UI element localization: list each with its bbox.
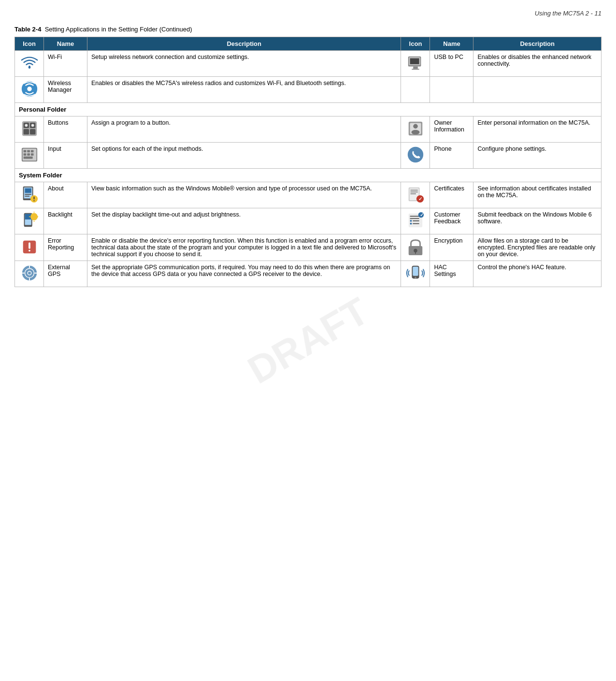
settings-table: Icon Name Description Icon Name Descript… <box>14 37 602 287</box>
svg-rect-26 <box>30 153 33 156</box>
svg-point-57 <box>410 223 412 225</box>
svg-rect-75 <box>413 267 418 276</box>
left-icon-cell <box>15 51 44 77</box>
right-name-cell: Phone <box>430 143 473 169</box>
left-name-cell: Error Reporting <box>44 234 87 261</box>
left-desc-cell: Set the appropriate GPS communication po… <box>87 261 401 287</box>
svg-rect-46 <box>25 214 31 219</box>
left-icon-cell <box>15 261 44 287</box>
right-desc-cell: Allow files on a storage card to be encr… <box>473 234 602 261</box>
svg-rect-22 <box>27 150 30 153</box>
right-icon-cell <box>401 143 430 169</box>
left-desc-cell: Setup wireless network connection and cu… <box>87 51 401 77</box>
right-icon-cell <box>401 77 430 103</box>
svg-rect-27 <box>23 157 32 159</box>
svg-rect-25 <box>27 153 30 156</box>
right-icon-cell <box>401 234 430 261</box>
svg-rect-21 <box>23 150 26 153</box>
svg-point-17 <box>413 124 418 129</box>
left-desc-cell: Set options for each of the input method… <box>87 143 401 169</box>
section-label: System Folder <box>15 169 602 182</box>
left-name-cell: External GPS <box>44 261 87 287</box>
svg-rect-33 <box>25 196 29 197</box>
left-desc-cell: Set the display backlight time-out and a… <box>87 208 401 234</box>
table-row: Wireless ManagerEnables or disables the … <box>15 77 602 103</box>
gps-icon <box>20 264 39 282</box>
left-desc-cell: Enable or disable the device's error rep… <box>87 234 401 261</box>
right-name-cell: Owner Information <box>430 116 473 143</box>
svg-text:✓: ✓ <box>418 196 422 202</box>
wireless-icon <box>20 80 39 98</box>
svg-rect-66 <box>415 251 416 254</box>
col-header-icon2: Icon <box>401 37 430 51</box>
svg-rect-62 <box>29 242 30 248</box>
right-desc-cell: See information about certificates insta… <box>473 182 602 208</box>
col-header-name1: Name <box>44 37 87 51</box>
table-row: Error ReportingEnable or disable the dev… <box>15 234 602 261</box>
right-desc-cell: Control the phone's HAC feature. <box>473 261 602 287</box>
right-desc-cell: Enables or disables the enhanced network… <box>473 51 602 77</box>
right-desc-cell: Configure phone settings. <box>473 143 602 169</box>
svg-rect-5 <box>412 69 419 70</box>
buttons-icon <box>20 119 39 138</box>
col-header-desc1: Description <box>87 37 401 51</box>
right-name-cell: USB to PC <box>430 51 473 77</box>
table-row: AboutView basic information such as the … <box>15 182 602 208</box>
phone-icon <box>406 145 425 164</box>
right-desc-cell <box>473 77 602 103</box>
left-icon-cell <box>15 77 44 103</box>
customer-icon: ✓ <box>406 211 425 230</box>
usb-icon <box>406 54 425 72</box>
section-label: Personal Folder <box>15 103 602 116</box>
input-icon <box>20 145 39 164</box>
svg-point-0 <box>28 66 30 69</box>
svg-point-55 <box>410 220 412 222</box>
about-icon <box>20 185 39 203</box>
left-desc-cell: View basic information such as the Windo… <box>87 182 401 208</box>
svg-rect-40 <box>411 191 418 192</box>
right-icon-cell <box>401 261 430 287</box>
col-header-name2: Name <box>430 37 473 51</box>
table-row: BacklightSet the display backlight time-… <box>15 208 602 234</box>
left-desc-cell: Assign a program to a button. <box>87 116 401 143</box>
svg-rect-54 <box>410 218 419 219</box>
svg-rect-31 <box>25 188 31 193</box>
svg-point-76 <box>415 277 416 279</box>
left-icon-cell <box>15 234 44 261</box>
left-desc-cell: Enables or disables the MC75A's wireless… <box>87 77 401 103</box>
section-header-row: System Folder <box>15 169 602 182</box>
svg-rect-53 <box>410 216 419 217</box>
page-header: Using the MC75A 2 - 11 <box>14 10 602 17</box>
svg-rect-58 <box>413 223 419 224</box>
certs-icon: ✓ <box>406 185 425 203</box>
left-icon-cell <box>15 182 44 208</box>
table-row: External GPSSet the appropriate GPS comm… <box>15 261 602 287</box>
backlight-icon <box>20 211 39 230</box>
svg-rect-3 <box>410 58 419 64</box>
right-icon-cell: ✓ <box>401 208 430 234</box>
left-name-cell: Input <box>44 143 87 169</box>
svg-rect-63 <box>29 249 30 251</box>
table-row: Wi-FiSetup wireless network connection a… <box>15 51 602 77</box>
svg-rect-56 <box>413 220 419 221</box>
section-header-row: Personal Folder <box>15 103 602 116</box>
svg-rect-24 <box>23 153 26 156</box>
table-row: InputSet options for each of the input m… <box>15 143 602 169</box>
draft-watermark: DRAFT <box>240 289 376 297</box>
table-row: ButtonsAssign a program to a button. Own… <box>15 116 602 143</box>
left-name-cell: Buttons <box>44 116 87 143</box>
svg-point-14 <box>31 124 34 127</box>
right-icon-cell: ✓ <box>401 182 430 208</box>
svg-rect-4 <box>413 67 418 69</box>
svg-point-28 <box>408 147 423 162</box>
right-name-cell: Customer Feedback <box>430 208 473 234</box>
right-name-cell: Certificates <box>430 182 473 208</box>
col-header-desc2: Description <box>473 37 602 51</box>
svg-rect-35 <box>33 197 34 200</box>
svg-rect-11 <box>23 129 29 134</box>
owner-icon <box>406 119 425 138</box>
right-name-cell: Encryption <box>430 234 473 261</box>
right-desc-cell: Submit feedback on the Windows Mobile 6 … <box>473 208 602 234</box>
svg-point-7 <box>27 87 32 91</box>
svg-rect-23 <box>30 150 33 153</box>
